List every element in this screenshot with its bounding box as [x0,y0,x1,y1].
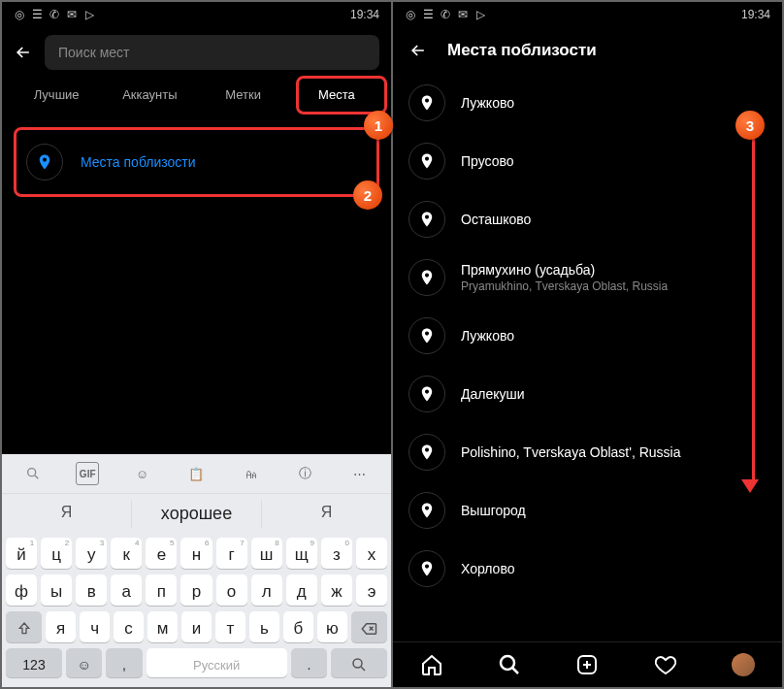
nav-search[interactable] [497,652,522,677]
phone-left: ◎ ☰ ✆ ✉ ▷ 19:34 Поиск мест Лучшие Аккаун… [2,2,391,687]
key-emoji[interactable]: ☺ [66,648,102,677]
search-input[interactable]: Поиск мест [45,35,379,70]
location-pin-icon [408,201,445,238]
kb-more-icon[interactable]: ⋯ [348,462,372,485]
key-н[interactable]: н6 [180,538,212,569]
kb-suggestion-1[interactable]: Я [2,500,132,528]
bottom-nav [393,641,782,687]
place-item[interactable]: Лужково [408,307,767,365]
location-pin-icon [408,84,445,121]
svg-point-0 [28,469,36,476]
kb-clipboard-icon[interactable]: 📋 [184,462,208,485]
play-icon: ▷ [83,9,95,20]
key-к[interactable]: к4 [111,538,142,569]
avatar-icon [732,653,755,676]
location-pin-icon [408,143,445,180]
nav-home[interactable] [419,652,444,677]
kb-gif-icon[interactable]: GIF [76,462,99,485]
tab-top[interactable]: Лучшие [10,78,103,112]
tab-tags[interactable]: Метки [197,78,290,112]
nearby-places-button[interactable]: Места поблизости 2 [14,127,379,197]
kb-suggestion-2[interactable]: хорошее [132,500,262,528]
key-х[interactable]: х [356,538,387,569]
instagram-icon: ◎ [14,9,25,20]
place-name: Далекуши [461,386,525,402]
key-г[interactable]: г7 [216,538,247,569]
key-д[interactable]: д [286,574,317,606]
app-icon: ☰ [422,9,434,20]
back-button[interactable] [14,43,33,62]
place-item[interactable]: Хорлово [408,540,767,598]
key-search[interactable] [331,648,387,677]
kb-suggestion-3[interactable]: Я [262,500,391,528]
key-и[interactable]: и [181,611,212,642]
key-л[interactable]: л [251,574,282,606]
key-ф[interactable]: ф [6,574,37,606]
place-name: Polishino, Tverskaya Oblast', Russia [461,444,681,460]
key-я[interactable]: я [46,611,76,642]
place-item[interactable]: Осташково [408,190,767,248]
key-у[interactable]: у3 [76,538,107,569]
key-п[interactable]: п [146,574,177,606]
annotation-1: 1 [364,111,393,140]
place-item[interactable]: Прямухино (усадьба)Pryamukhino, Tverskay… [408,248,767,307]
key-ю[interactable]: ю [317,611,347,642]
key-б[interactable]: б [283,611,313,642]
kb-sticker-icon[interactable]: ☺ [130,462,153,485]
key-с[interactable]: с [114,611,144,642]
kb-translate-icon[interactable]: 🗛 [240,462,263,485]
nav-profile[interactable] [731,652,756,677]
annotation-2: 2 [353,180,382,210]
key-numbers[interactable]: 123 [6,648,62,677]
key-ж[interactable]: ж [321,574,352,606]
place-name: Прямухино (усадьба) [461,262,668,278]
key-ь[interactable]: ь [249,611,279,642]
play-icon: ▷ [474,9,486,20]
nearby-places-label: Места поблизости [81,154,196,170]
location-pin-icon [408,376,445,412]
search-tabs: Лучшие Аккаунты Метки Места 1 [2,78,391,112]
key-ч[interactable]: ч [80,611,110,642]
key-space[interactable]: Русский [147,648,287,677]
place-item[interactable]: Лужково [408,74,767,132]
place-name: Лужково [461,95,514,111]
key-period[interactable]: . [291,648,327,677]
key-ы[interactable]: ы [41,574,72,606]
place-item[interactable]: Прусово [408,132,767,190]
key-о[interactable]: о [216,574,247,606]
status-bar: ◎ ☰ ✆ ✉ ▷ 19:34 [393,2,782,27]
place-item[interactable]: Далекуши [408,365,767,423]
key-ш[interactable]: ш8 [251,538,282,569]
svg-point-1 [353,659,362,668]
status-bar: ◎ ☰ ✆ ✉ ▷ 19:34 [2,2,391,27]
key-щ[interactable]: щ9 [286,538,317,569]
nav-activity[interactable] [653,652,678,677]
keyboard: GIF ☺ 📋 🗛 ⓘ ⋯ Я хорошее Я й1ц2у3к4е5н6г7… [2,454,391,687]
place-item[interactable]: Вышгород [408,481,767,540]
kb-info-icon[interactable]: ⓘ [294,462,317,485]
viber-icon-2: ✉ [66,9,78,20]
tab-accounts[interactable]: Аккаунты [103,78,196,112]
key-м[interactable]: м [147,611,178,642]
svg-point-2 [501,656,514,670]
tab-places[interactable]: Места [290,78,383,112]
back-button[interactable] [408,41,428,60]
key-р[interactable]: р [180,574,212,606]
nav-add[interactable] [574,652,600,677]
key-й[interactable]: й1 [6,538,37,569]
key-ц[interactable]: ц2 [41,538,72,569]
key-в[interactable]: в [76,574,107,606]
key-backspace[interactable] [351,611,387,642]
place-name: Лужково [461,328,514,344]
key-е[interactable]: е5 [146,538,177,569]
kb-search-icon[interactable] [21,462,45,485]
location-pin-icon [408,434,445,471]
key-comma[interactable]: , [106,648,142,677]
key-shift[interactable] [6,611,42,642]
place-list[interactable]: ЛужковоПрусовоОсташковоПрямухино (усадьб… [393,74,782,641]
place-item[interactable]: Polishino, Tverskaya Oblast', Russia [408,423,767,481]
key-э[interactable]: э [356,574,387,606]
key-а[interactable]: а [111,574,142,606]
key-т[interactable]: т [215,611,245,642]
key-з[interactable]: з0 [321,538,352,569]
